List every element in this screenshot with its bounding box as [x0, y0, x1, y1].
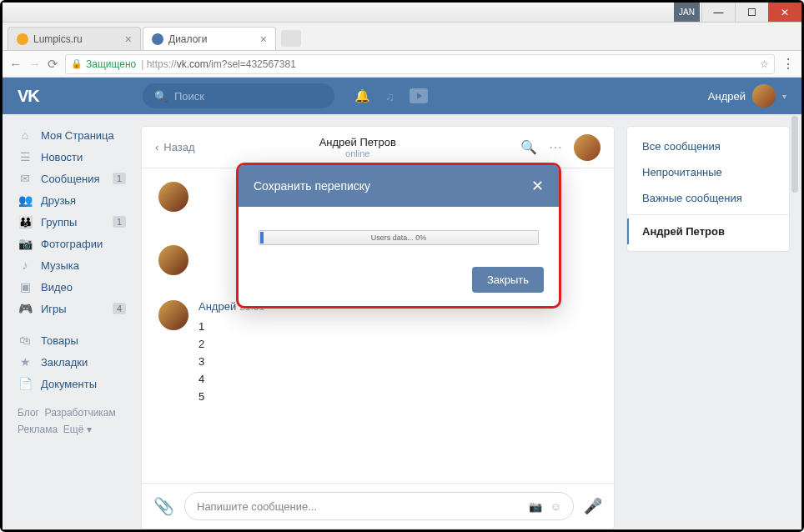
chevron-down-icon: ▾: [782, 92, 786, 101]
home-icon: ⌂: [18, 128, 33, 142]
tab-close-icon[interactable]: ×: [125, 33, 132, 46]
news-icon: ☰: [18, 150, 33, 163]
nav-friends[interactable]: 👥Друзья: [13, 189, 141, 211]
nav-groups[interactable]: 👪Группы1: [13, 211, 141, 233]
document-icon: 📄: [18, 377, 33, 390]
footer-dev-link[interactable]: Разработчикам: [45, 407, 116, 419]
nav-label: Закладки: [41, 356, 88, 369]
footer-more-link[interactable]: Ещё ▾: [63, 424, 92, 435]
bookmark-icon: ★: [18, 355, 33, 369]
message-line: 3: [198, 353, 597, 370]
nav-photos[interactable]: 📷Фотографии: [13, 233, 141, 254]
search-input[interactable]: 🔍 Поиск: [143, 83, 334, 108]
footer-ads-link[interactable]: Реклама: [18, 424, 58, 435]
close-icon[interactable]: ✕: [531, 177, 544, 195]
new-tab-button[interactable]: [281, 30, 301, 47]
modal-title: Сохранить переписку: [254, 179, 370, 193]
bookmark-star-icon[interactable]: ☆: [760, 58, 769, 70]
search-icon: 🔍: [154, 90, 168, 103]
camera-icon[interactable]: 📷: [529, 500, 542, 513]
filter-unread[interactable]: Непрочитанные: [627, 159, 789, 185]
badge: 1: [113, 216, 126, 228]
chevron-left-icon: ‹: [155, 141, 158, 153]
avatar[interactable]: [574, 134, 600, 161]
jan-badge: JAN: [674, 3, 700, 22]
browser-menu-icon[interactable]: ⋮: [781, 56, 795, 72]
market-icon: 🛍: [18, 334, 33, 347]
nav-my-page[interactable]: ⌂Моя Страница: [13, 124, 141, 146]
avatar: [752, 84, 776, 108]
more-icon[interactable]: ⋯: [549, 139, 562, 155]
input-placeholder: Напишите сообщение...: [197, 500, 317, 513]
compose-bar: 📎 Напишите сообщение... 📷 ☺ 🎤: [142, 483, 614, 529]
nav-market[interactable]: 🛍Товары: [13, 329, 141, 351]
back-icon[interactable]: ←: [9, 57, 22, 71]
nav-label: Документы: [41, 378, 97, 390]
badge: 4: [113, 303, 126, 314]
badge: 1: [113, 173, 126, 184]
back-button[interactable]: ‹Назад: [155, 141, 195, 153]
tab-close-icon[interactable]: ×: [260, 33, 267, 46]
user-name: Андрей: [708, 90, 746, 103]
chat-peer-status: online: [195, 148, 520, 158]
notifications-icon[interactable]: 🔔: [354, 88, 370, 103]
tab-title: Диалоги: [168, 33, 207, 45]
filter-active-chat[interactable]: Андрей Петров: [627, 218, 789, 244]
nav-bookmarks[interactable]: ★Закладки: [13, 351, 141, 373]
music-icon[interactable]: ♫: [385, 89, 394, 103]
friends-icon: 👥: [18, 193, 33, 207]
modal-header: Сохранить переписку ✕: [239, 165, 559, 207]
browser-tab-lumpics[interactable]: Lumpics.ru ×: [8, 27, 141, 50]
message-line: 5: [198, 388, 597, 405]
close-button[interactable]: Закрыть: [472, 267, 544, 293]
divider: [627, 214, 789, 215]
groups-icon: 👪: [18, 215, 33, 228]
nav-label: Фотографии: [41, 238, 103, 250]
user-menu[interactable]: Андрей ▾: [708, 84, 786, 108]
messages-icon: ✉: [18, 172, 33, 185]
attach-icon[interactable]: 📎: [153, 496, 174, 516]
window-close-button[interactable]: ✕: [768, 3, 801, 22]
url-text: https://vk.com/im?sel=432567381: [147, 58, 296, 70]
nav-news[interactable]: ☰Новости: [13, 146, 141, 168]
nav-label: Товары: [41, 334, 78, 347]
browser-tabstrip: Lumpics.ru × Диалоги ×: [3, 23, 801, 51]
nav-documents[interactable]: 📄Документы: [13, 373, 141, 394]
avatar[interactable]: [158, 182, 188, 212]
browser-tab-dialogs[interactable]: Диалоги ×: [143, 27, 276, 50]
search-placeholder: Поиск: [174, 90, 204, 103]
favicon-icon: [17, 33, 28, 45]
emoji-icon[interactable]: ☺: [550, 500, 561, 513]
nav-games[interactable]: 🎮Игры4: [13, 298, 141, 319]
chat-peer-name[interactable]: Андрей Петров: [195, 136, 520, 148]
nav-video[interactable]: ▣Видео: [13, 276, 141, 298]
nav-label: Игры: [41, 303, 67, 315]
nav-label: Сообщения: [41, 173, 100, 185]
window-maximize-button[interactable]: ☐: [735, 3, 768, 22]
vk-logo[interactable]: VK: [18, 87, 39, 105]
mic-icon[interactable]: 🎤: [584, 497, 602, 515]
scrollbar[interactable]: [791, 116, 798, 193]
music-icon: ♪: [18, 258, 33, 272]
avatar[interactable]: [158, 300, 188, 330]
nav-music[interactable]: ♪Музыка: [13, 254, 141, 276]
nav-label: Музыка: [41, 259, 79, 272]
filter-all[interactable]: Все сообщения: [627, 133, 789, 159]
message-author[interactable]: Андрей: [198, 300, 236, 313]
address-bar[interactable]: 🔒 Защищено | https://vk.com/im?sel=43256…: [65, 54, 775, 74]
nav-label: Новости: [41, 151, 83, 163]
filter-important[interactable]: Важные сообщения: [627, 185, 789, 211]
reload-icon[interactable]: ⟳: [48, 57, 58, 72]
games-icon: 🎮: [18, 302, 33, 315]
browser-toolbar: ← → ⟳ 🔒 Защищено | https://vk.com/im?sel…: [3, 51, 801, 78]
search-icon[interactable]: 🔍: [520, 139, 537, 155]
footer-links: Блог Разработчикам Реклама Ещё ▾: [13, 394, 141, 449]
message-input[interactable]: Напишите сообщение... 📷 ☺: [184, 492, 574, 520]
avatar[interactable]: [158, 245, 188, 275]
footer-blog-link[interactable]: Блог: [18, 407, 39, 419]
forward-icon[interactable]: →: [28, 57, 41, 71]
nav-messages[interactable]: ✉Сообщения1: [13, 168, 141, 189]
play-icon[interactable]: [410, 88, 428, 103]
window-minimize-button[interactable]: —: [701, 3, 735, 22]
progress-fill: [260, 232, 264, 243]
